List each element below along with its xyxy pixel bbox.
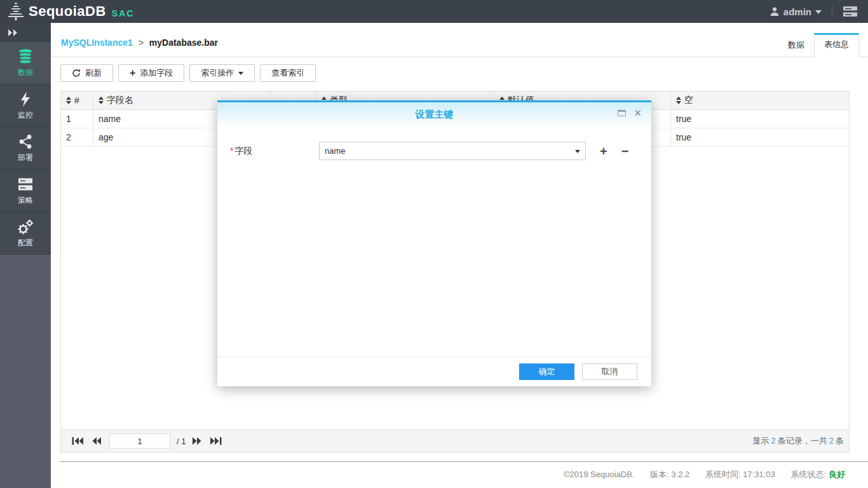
lightning-icon [17,91,34,107]
dialog-footer: 确定 取消 [217,356,651,386]
breadcrumb: MySQLInstance1 > myDatabase.bar [61,37,218,48]
collapse-double-arrow-icon [8,29,19,36]
page-prev-icon [92,437,102,445]
toolbar: 刷新 + 添加字段 索引操作 查看索引 [60,64,316,82]
field-select[interactable]: name [319,142,586,160]
page-next-icon [192,437,202,445]
breadcrumb-table: myDatabase.bar [149,37,218,48]
column-header-null[interactable]: 空 [671,92,849,109]
admin-menu[interactable]: admin [770,6,822,17]
null-cell: true [671,128,849,146]
caret-down-icon [238,72,243,75]
row-number-cell: 2 [61,128,93,146]
field-label: *字段 [230,146,319,157]
sidebar-item-data[interactable]: 数据 [0,42,51,85]
copyright: ©2019 SequoiaDB. [564,470,635,479]
dialog-title: 设置主键 [416,109,454,121]
add-row-button[interactable]: + [600,145,607,158]
record-total: 2 [829,436,834,445]
page-prev-button[interactable] [92,437,102,445]
null-cell: true [671,110,849,128]
index-operations-button[interactable]: 索引操作 [189,64,255,82]
tab-table-info[interactable]: 表信息 [814,33,859,57]
server-list-icon[interactable] [843,6,858,17]
add-field-label: 添加字段 [140,67,173,79]
admin-username: admin [783,6,811,17]
sidebar-item-strategy[interactable]: 策略 [0,170,51,212]
sidebar-item-label: 配置 [18,238,33,248]
set-primary-key-dialog: 设置主键 × *字段 name + − 确定 取消 [217,100,651,386]
dialog-header[interactable]: 设置主键 × [217,102,651,126]
page-number-input[interactable] [109,433,170,449]
tree-logo-icon [6,2,25,21]
refresh-icon [72,69,81,78]
database-icon [17,48,34,65]
breadcrumb-instance-link[interactable]: MySQLInstance1 [61,37,133,48]
brand-logo: SequoiaDB SAC [6,2,134,21]
sort-icon [66,97,71,104]
gears-icon [17,219,34,235]
maximize-icon[interactable] [618,110,626,116]
sort-icon [676,97,681,104]
server-stack-icon [17,176,34,193]
system-time-value: 17:31:03 [743,470,775,479]
sidebar-item-label: 监控 [18,110,33,121]
remove-row-button[interactable]: − [621,145,629,158]
close-icon[interactable]: × [634,110,641,116]
record-count: 2 [771,436,776,445]
topbar: SequoiaDB SAC admin [0,0,868,23]
breadcrumb-separator: > [139,37,144,48]
sidebar-item-label: 部署 [18,152,33,163]
caret-down-icon [815,10,822,14]
version-value: 3.2.2 [671,470,689,479]
plus-icon: + [130,68,135,78]
field-select-value: name [325,146,346,156]
sidebar-item-config[interactable]: 配置 [0,212,51,255]
column-header-number[interactable]: # [61,92,93,109]
page-header: MySQLInstance1 > myDatabase.bar 数据 表信息 [51,23,868,57]
user-icon [770,6,780,17]
required-mark: * [230,146,233,156]
page-total-label: / 1 [177,437,186,446]
ok-button[interactable]: 确定 [519,363,574,380]
pagination-bar: / 1 显示2条记录，一共2条 [61,430,849,452]
refresh-button[interactable]: 刷新 [60,64,113,82]
sidebar: 数据 监控 部署 策略 [0,23,51,488]
sidebar-item-monitor[interactable]: 监控 [0,85,51,127]
cancel-button[interactable]: 取消 [582,363,637,380]
page-next-button[interactable] [192,437,202,445]
page-footer: ©2019 SequoiaDB. 版本: 3.2.2 系统时间: 17:31:0… [564,469,845,480]
record-summary: 显示2条记录，一共2条 [753,435,844,447]
brand-suffix: SAC [112,8,135,18]
page-last-button[interactable] [210,437,222,445]
page-last-icon [210,437,222,445]
footer-divider [60,461,868,462]
page-first-icon [72,437,84,445]
sidebar-collapse-button[interactable] [0,23,51,42]
sidebar-item-label: 数据 [18,67,33,78]
refresh-label: 刷新 [85,67,102,79]
sidebar-item-deploy[interactable]: 部署 [0,127,51,170]
field-form-row: *字段 name + − [230,142,628,160]
share-icon [17,133,34,150]
row-number-cell: 1 [61,110,93,128]
sort-icon [98,97,104,104]
index-operations-label: 索引操作 [201,67,234,79]
view-index-button[interactable]: 查看索引 [260,64,316,82]
brand-name: SequoiaDB [29,3,106,20]
view-index-label: 查看索引 [271,67,304,79]
tab-bar: 数据 表信息 [778,33,859,57]
page-first-button[interactable] [72,437,84,445]
system-status-value: 良好 [829,470,845,479]
select-caret-icon [575,150,580,153]
add-field-button[interactable]: + 添加字段 [118,64,184,82]
sidebar-item-label: 策略 [18,195,33,206]
topbar-divider [832,5,832,18]
tab-data[interactable]: 数据 [778,34,814,57]
